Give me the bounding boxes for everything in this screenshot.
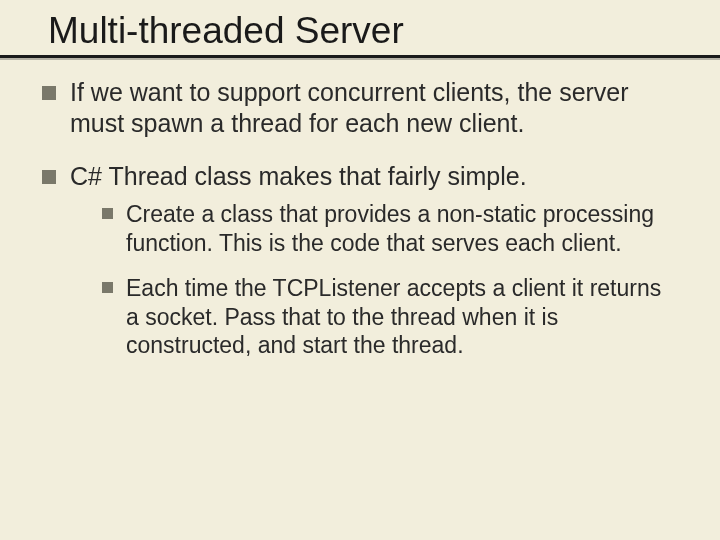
sub-bullet-text: Each time the TCPListener accepts a clie… bbox=[126, 275, 661, 359]
slide: Multi-threaded Server If we want to supp… bbox=[0, 0, 720, 540]
sub-bullet-item: Each time the TCPListener accepts a clie… bbox=[102, 274, 678, 360]
sub-bullet-list: Create a class that provides a non-stati… bbox=[70, 200, 678, 360]
slide-body: If we want to support concurrent clients… bbox=[0, 55, 720, 361]
title-wrap: Multi-threaded Server bbox=[0, 0, 720, 55]
sub-bullet-item: Create a class that provides a non-stati… bbox=[102, 200, 678, 258]
slide-title: Multi-threaded Server bbox=[0, 10, 720, 55]
sub-bullet-text: Create a class that provides a non-stati… bbox=[126, 201, 654, 256]
bullet-text: C# Thread class makes that fairly simple… bbox=[70, 162, 527, 190]
bullet-item: C# Thread class makes that fairly simple… bbox=[42, 161, 678, 360]
title-underline bbox=[0, 55, 720, 58]
bullet-list: If we want to support concurrent clients… bbox=[42, 77, 678, 361]
bullet-text: If we want to support concurrent clients… bbox=[70, 78, 629, 137]
bullet-item: If we want to support concurrent clients… bbox=[42, 77, 678, 140]
